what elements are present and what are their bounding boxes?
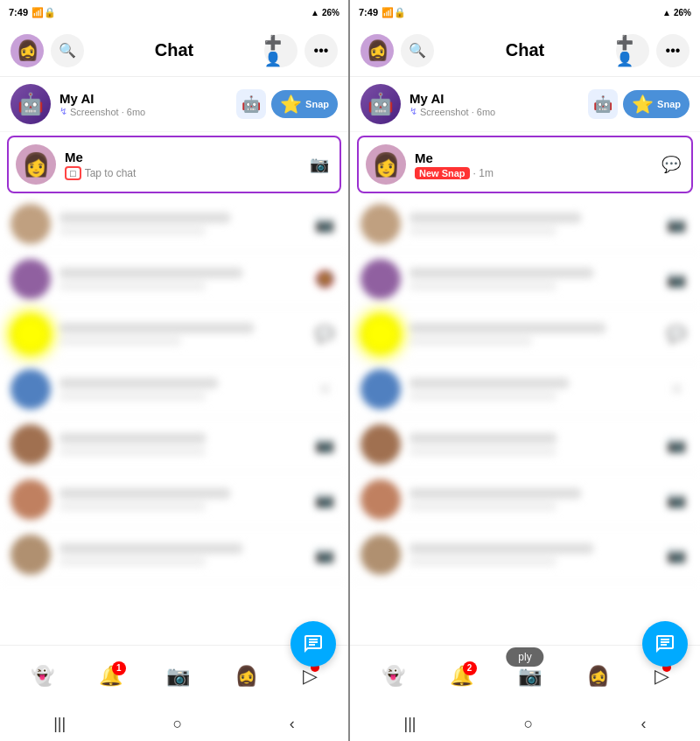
- home-btn-left[interactable]: ○: [173, 715, 183, 733]
- blurred-item-2-right: 📷: [350, 252, 700, 307]
- me-avatar-right: 👩: [366, 144, 406, 185]
- nav-bell-left[interactable]: 🔔 1: [99, 665, 122, 688]
- blurred-item-7-right: 📷: [350, 528, 700, 583]
- more-options-right[interactable]: •••: [656, 34, 690, 67]
- blurred-avatar-5: [10, 424, 51, 465]
- nav-map-left[interactable]: 👻: [31, 665, 54, 688]
- myai-name-left: My AI: [60, 91, 228, 106]
- me-action-right: 💬: [658, 151, 684, 178]
- blurred-item-1-right: 📷: [350, 197, 700, 252]
- robot-icon-right: 🤖: [588, 89, 618, 119]
- blurred-avatar-4: [10, 369, 51, 409]
- blurred-item-5-right: 📷: [350, 417, 700, 472]
- add-friend-button-right[interactable]: ➕👤: [616, 34, 649, 67]
- snap-button-right[interactable]: ⭐ Snap: [623, 90, 690, 118]
- myai-actions-left: 🤖 ⭐ Snap: [236, 89, 338, 119]
- home-btn-right[interactable]: ○: [524, 715, 534, 733]
- nav-avatar-right[interactable]: 🧔‍♀️: [586, 665, 610, 688]
- compose-fab-left[interactable]: [290, 621, 336, 667]
- blurred-item-6-left: 📷: [0, 472, 348, 528]
- blurred-item-4-right: ✕: [350, 362, 700, 417]
- header-right: 🧔‍♀️ 🔍 Chat ➕👤 •••: [350, 24, 700, 77]
- me-avatar-left: 👩: [16, 144, 56, 185]
- me-name-left: Me: [65, 150, 298, 164]
- time-right: 7:49: [359, 7, 378, 17]
- blurred-item-2-left: 🔕: [0, 252, 348, 307]
- myai-info-left: My AI ↯ Screenshot · 6mo: [60, 91, 228, 117]
- blurred-avatar-r1: [360, 204, 401, 244]
- chat-list-left: 🤖 My AI ↯ Screenshot · 6mo 🤖 ⭐ Snap 👩: [0, 77, 348, 645]
- blurred-item-3-left: 💬: [0, 307, 348, 362]
- blurred-avatar-r6: [360, 479, 401, 520]
- snap-button-left[interactable]: ⭐ Snap: [271, 90, 338, 118]
- header-left: 🧔‍♀️ 🔍 Chat ➕👤 •••: [0, 24, 348, 77]
- blurred-item-7-left: 📷: [0, 528, 348, 583]
- myai-avatar-right: 🤖: [360, 84, 401, 124]
- blurred-avatar-6: [10, 479, 51, 520]
- nav-discover-left[interactable]: ▷: [303, 665, 318, 688]
- blurred-item-6-right: 📷: [350, 472, 700, 528]
- myai-actions-right: 🤖 ⭐ Snap: [588, 89, 690, 119]
- nav-bell-right[interactable]: 🔔 2: [450, 665, 473, 688]
- me-sub-right: New Snap · 1m: [415, 167, 649, 179]
- sys-nav-left: ||| ○ ‹: [0, 706, 348, 741]
- status-right-right: ▲ 26%: [662, 8, 691, 17]
- myai-chat-item-left[interactable]: 🤖 My AI ↯ Screenshot · 6mo 🤖 ⭐ Snap: [0, 77, 348, 132]
- blurred-item-4-left: ✕: [0, 362, 348, 417]
- me-chat-item-right[interactable]: 👩 Me New Snap · 1m 💬: [357, 136, 693, 193]
- blurred-avatar-r7: [360, 535, 401, 575]
- nav-discover-right[interactable]: ▷: [654, 665, 669, 688]
- search-button-right[interactable]: 🔍: [401, 34, 434, 67]
- add-friend-button-left[interactable]: ➕👤: [264, 34, 298, 67]
- back-btn-left[interactable]: |||: [53, 715, 66, 733]
- blurred-avatar-3: [10, 314, 51, 354]
- blurred-avatar-r2: [360, 259, 401, 299]
- myai-sub-left: ↯ Screenshot · 6mo: [60, 106, 228, 117]
- blurred-avatar-r5: [360, 424, 401, 465]
- me-info-left: Me □ Tap to chat: [65, 150, 298, 180]
- status-right-left: ▲ 26%: [311, 8, 340, 17]
- myai-sub-right: ↯ Screenshot · 6mo: [410, 106, 579, 117]
- nav-camera-right[interactable]: 📷: [518, 665, 542, 688]
- bell-badge-left: 1: [112, 661, 126, 675]
- sys-nav-right: ||| ○ ‹: [350, 706, 700, 741]
- more-options-left[interactable]: •••: [304, 34, 338, 67]
- right-phone-panel: 7:49 📶🔒 ▲ 26% 🧔‍♀️ 🔍 Chat ➕👤 ••• 🤖 My AI…: [350, 0, 700, 741]
- me-chat-item-left[interactable]: 👩 Me □ Tap to chat 📷: [7, 136, 341, 193]
- status-icons-left: 📶🔒: [32, 7, 56, 18]
- blurred-avatar-r4: [360, 369, 401, 409]
- blurred-avatar-2: [10, 259, 51, 299]
- me-name-right: Me: [415, 150, 649, 165]
- recents-btn-right[interactable]: ‹: [640, 715, 646, 733]
- left-phone-panel: 7:49 📶🔒 ▲ 26% 🧔‍♀️ 🔍 Chat ➕👤 ••• 🤖 My AI…: [0, 0, 350, 741]
- nav-avatar-left[interactable]: 🧔‍♀️: [234, 665, 258, 688]
- robot-icon-left: 🤖: [236, 89, 266, 119]
- compose-fab-right[interactable]: [642, 621, 688, 667]
- me-action-left: 📷: [306, 151, 332, 178]
- profile-avatar-left[interactable]: 🧔‍♀️: [10, 34, 44, 67]
- status-icons-right: 📶🔒: [382, 7, 406, 18]
- nav-camera-left[interactable]: 📷: [166, 665, 190, 688]
- header-title-right: Chat: [441, 40, 609, 60]
- blurred-avatar-1: [10, 204, 51, 244]
- myai-chat-item-right[interactable]: 🤖 My AI ↯ Screenshot · 6mo 🤖 ⭐ Snap: [350, 77, 700, 132]
- myai-info-right: My AI ↯ Screenshot · 6mo: [410, 91, 579, 117]
- search-button-left[interactable]: 🔍: [51, 34, 84, 67]
- me-sub-left: □ Tap to chat: [65, 166, 298, 180]
- time-left: 7:49: [9, 7, 28, 17]
- new-snap-badge: New Snap: [415, 167, 470, 179]
- myai-avatar-left: 🤖: [10, 84, 51, 124]
- blurred-avatar-r3: [360, 314, 401, 354]
- chat-list-right: 🤖 My AI ↯ Screenshot · 6mo 🤖 ⭐ Snap 👩: [350, 77, 700, 645]
- bell-badge-right: 2: [463, 661, 477, 675]
- blurred-item-3-right: 💬: [350, 307, 700, 362]
- status-bar-right: 7:49 📶🔒 ▲ 26%: [350, 0, 700, 24]
- blurred-item-1-left: 📷: [0, 197, 348, 252]
- recents-btn-left[interactable]: ‹: [290, 715, 295, 733]
- profile-avatar-right[interactable]: 🧔‍♀️: [360, 34, 394, 67]
- back-btn-right[interactable]: |||: [404, 715, 416, 733]
- nav-map-right[interactable]: 👻: [382, 665, 405, 688]
- status-bar-left: 7:49 📶🔒 ▲ 26%: [0, 0, 348, 24]
- blurred-avatar-7: [10, 535, 51, 575]
- header-title-left: Chat: [91, 40, 257, 60]
